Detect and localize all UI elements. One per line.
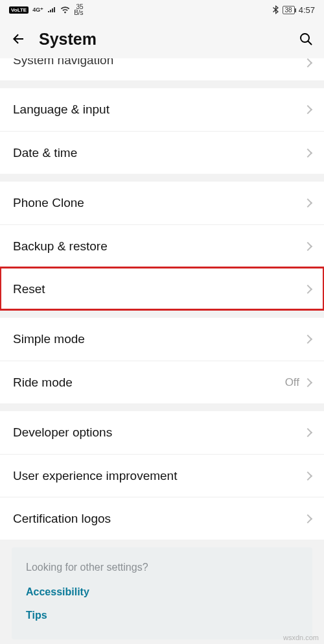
- settings-row[interactable]: Language & input: [0, 88, 324, 131]
- settings-row[interactable]: Backup & restore: [0, 224, 324, 267]
- chevron-right-icon: [303, 105, 312, 114]
- chevron-right-icon: [303, 198, 312, 208]
- row-label: Language & input: [13, 102, 110, 117]
- other-settings-link[interactable]: Tips: [26, 610, 298, 621]
- settings-group: System navigation: [0, 58, 324, 80]
- page-title: System: [39, 30, 285, 49]
- chevron-right-icon: [303, 284, 312, 293]
- row-label: Date & time: [13, 146, 77, 160]
- settings-row[interactable]: Ride modeOff: [0, 361, 324, 403]
- watermark: wsxdn.com: [283, 634, 319, 641]
- row-label: Phone Clone: [13, 196, 84, 210]
- row-label: System navigation: [13, 58, 113, 67]
- network-type: 4G⁺: [32, 6, 43, 13]
- battery-icon: 38: [283, 6, 295, 14]
- settings-row[interactable]: System navigation: [0, 58, 324, 80]
- row-right: [305, 429, 311, 436]
- row-right: [305, 200, 311, 206]
- back-button[interactable]: [10, 31, 26, 47]
- settings-row[interactable]: User experience improvement: [0, 454, 324, 497]
- wifi-icon: [60, 6, 70, 14]
- other-settings-link[interactable]: Accessibility: [26, 586, 298, 598]
- other-settings-panel: Looking for other settings? Accessibilit…: [12, 547, 312, 639]
- chevron-right-icon: [303, 148, 312, 157]
- status-bar: VoLTE 4G⁺ 35 B/s 38 4:57: [0, 0, 324, 19]
- settings-row[interactable]: Phone Clone: [0, 182, 324, 224]
- chevron-right-icon: [303, 58, 312, 67]
- row-label: Certification logos: [13, 512, 111, 526]
- settings-group: Phone CloneBackup & restoreReset: [0, 182, 324, 310]
- settings-row[interactable]: Developer options: [0, 411, 324, 454]
- row-right: [305, 516, 311, 522]
- volte-badge: VoLTE: [9, 6, 29, 14]
- chevron-right-icon: [303, 377, 312, 387]
- clock: 4:57: [299, 5, 315, 15]
- settings-content: System navigationLanguage & inputDate & …: [0, 58, 324, 540]
- bluetooth-icon: [273, 5, 279, 14]
- chevron-right-icon: [303, 241, 312, 250]
- chevron-right-icon: [303, 428, 312, 437]
- settings-row[interactable]: Simple mode: [0, 318, 324, 361]
- status-left: VoLTE 4G⁺ 35 B/s: [9, 4, 84, 16]
- other-settings-title: Looking for other settings?: [26, 562, 298, 573]
- app-header: System: [0, 19, 324, 58]
- row-label: Simple mode: [13, 332, 85, 346]
- row-label: User experience improvement: [13, 469, 177, 483]
- chevron-right-icon: [303, 471, 312, 480]
- settings-group: Developer optionsUser experience improve…: [0, 411, 324, 540]
- chevron-right-icon: [303, 335, 312, 344]
- network-speed: 35 B/s: [74, 4, 83, 16]
- chevron-right-icon: [303, 514, 312, 523]
- row-value: Off: [285, 376, 299, 389]
- settings-group: Simple modeRide modeOff: [0, 318, 324, 403]
- row-label: Reset: [13, 282, 45, 296]
- settings-row[interactable]: Date & time: [0, 131, 324, 174]
- row-label: Backup & restore: [13, 239, 108, 254]
- search-button[interactable]: [298, 31, 314, 47]
- row-right: [305, 106, 311, 113]
- row-right: [305, 286, 311, 292]
- row-right: [305, 336, 311, 342]
- settings-row[interactable]: Reset: [0, 267, 324, 310]
- row-right: [305, 243, 311, 250]
- row-label: Developer options: [13, 425, 112, 440]
- row-right: Off: [285, 376, 311, 389]
- row-right: [305, 473, 311, 479]
- row-label: Ride mode: [13, 376, 73, 390]
- row-right: [305, 150, 311, 156]
- status-right: 38 4:57: [273, 5, 315, 15]
- settings-row[interactable]: Certification logos: [0, 497, 324, 540]
- signal-icon: [47, 6, 56, 13]
- row-right: [305, 60, 311, 66]
- settings-group: Language & inputDate & time: [0, 88, 324, 174]
- battery-level: 38: [285, 6, 292, 14]
